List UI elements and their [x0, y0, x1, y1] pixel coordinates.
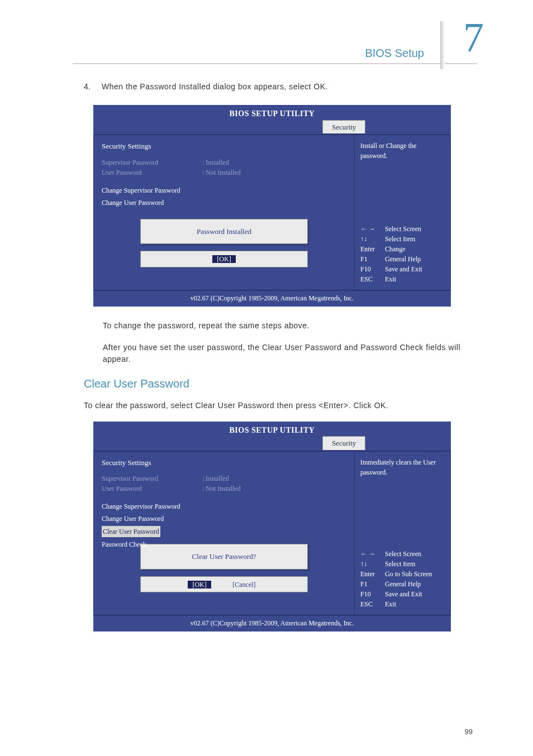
- step-number: 4.: [84, 81, 94, 93]
- paragraph: To clear the password, select Clear User…: [84, 400, 460, 412]
- key-desc: Exit: [385, 274, 396, 284]
- key: ↑↓: [360, 559, 385, 569]
- bios-title: BIOS SETUP UTILITY: [93, 422, 451, 439]
- password-installed-dialog: Password Installed: [140, 219, 308, 245]
- menu-change-supervisor-password[interactable]: Change Supervisor Password: [102, 185, 346, 195]
- paragraph: After you have set the user password, th…: [103, 342, 460, 365]
- dialog-message: Clear User Password?: [141, 544, 307, 569]
- key-row: EnterGo to Sub Screen: [360, 569, 445, 579]
- key-desc: Select Item: [385, 234, 415, 244]
- bios-window: BIOS SETUP UTILITY Security Security Set…: [93, 422, 451, 632]
- help-description: Install or Change the password.: [360, 141, 445, 161]
- key-row: F1General Help: [360, 579, 445, 589]
- supervisor-password-label: Supervisor Password: [102, 157, 202, 168]
- key: ← →: [360, 549, 385, 559]
- key-row: F1General Help: [360, 254, 445, 264]
- bios-title: BIOS SETUP UTILITY: [93, 105, 451, 122]
- menu-change-supervisor-password[interactable]: Change Supervisor Password: [102, 501, 346, 511]
- menu-change-user-password[interactable]: Change User Password: [102, 198, 346, 208]
- key: F1: [360, 254, 385, 264]
- chapter-bar: [440, 21, 445, 69]
- page-header: BIOS Setup 7: [73, 0, 477, 64]
- bios-help-panel: Install or Change the password. ← →Selec…: [354, 135, 450, 290]
- key-desc: Go to Sub Screen: [385, 569, 432, 579]
- cancel-button[interactable]: [Cancel]: [228, 581, 260, 588]
- paragraph: To change the password, repeat the same …: [103, 320, 460, 332]
- key-desc: Exit: [385, 599, 396, 609]
- bios-body: Security Settings Supervisor Password : …: [93, 451, 451, 616]
- bios-tabs: Security: [93, 122, 451, 135]
- page-content: 4. When the Password Installed dialog bo…: [0, 64, 533, 631]
- key-row: F10Save and Exit: [360, 264, 445, 274]
- clear-user-password-dialog: Clear User Password?: [140, 544, 308, 570]
- key-row: EnterChange: [360, 244, 445, 254]
- bios-main-panel: Security Settings Supervisor Password : …: [94, 452, 354, 615]
- user-password-label: User Password: [102, 484, 202, 494]
- key: ESC: [360, 274, 385, 284]
- user-password-label: User Password: [102, 168, 202, 178]
- page-number: 99: [465, 728, 473, 736]
- key-desc: General Help: [385, 579, 421, 589]
- step-text: When the Password Installed dialog box a…: [102, 81, 460, 93]
- bios-window: BIOS SETUP UTILITY Security Security Set…: [93, 105, 451, 307]
- supervisor-password-label: Supervisor Password: [102, 473, 202, 484]
- key-desc: Select Screen: [385, 224, 421, 234]
- key-desc: Save and Exit: [385, 264, 422, 274]
- help-description: Immediately clears the User password.: [360, 457, 445, 477]
- dialog-button-row: [OK]: [140, 251, 308, 267]
- bios-screenshot-2: BIOS SETUP UTILITY Security Security Set…: [84, 422, 460, 632]
- chapter-number: 7: [463, 17, 484, 58]
- key-desc: Change: [385, 244, 406, 254]
- ok-button[interactable]: [OK]: [212, 255, 235, 263]
- key: F10: [360, 264, 385, 274]
- user-password-row: User Password : Not Installed: [102, 168, 346, 178]
- key: ESC: [360, 599, 385, 609]
- supervisor-password-value: : Installed: [202, 157, 229, 168]
- key: Enter: [360, 244, 385, 254]
- supervisor-password-row: Supervisor Password : Installed: [102, 157, 346, 168]
- key: F10: [360, 589, 385, 599]
- menu-clear-user-password[interactable]: Clear User Password: [102, 526, 160, 537]
- key: F1: [360, 579, 385, 589]
- dialog-button-row: [OK] [Cancel]: [140, 576, 308, 593]
- key-row: ← →Select Screen: [360, 224, 445, 234]
- user-password-value: : Not Installed: [202, 168, 241, 178]
- bios-footer: v02.67 (C)Copyright 1985-2009, American …: [93, 290, 451, 307]
- key-desc: Select Item: [385, 559, 415, 569]
- header-title: BIOS Setup: [365, 47, 424, 60]
- key: ← →: [360, 224, 385, 234]
- ok-button[interactable]: [OK]: [188, 581, 211, 588]
- section-heading-clear-user-password: Clear User Password: [84, 375, 460, 392]
- key-desc: Save and Exit: [385, 589, 422, 599]
- security-settings-heading: Security Settings: [102, 457, 346, 468]
- chapter-badge: 7: [440, 21, 484, 69]
- help-keys: ← →Select Screen ↑↓Select Item EnterGo t…: [360, 549, 445, 609]
- help-keys: ← →Select Screen ↑↓Select Item EnterChan…: [360, 224, 445, 284]
- dialog-message: Password Installed: [141, 219, 307, 244]
- key-desc: Select Screen: [385, 549, 421, 559]
- security-settings-heading: Security Settings: [102, 141, 346, 152]
- key-row: ESCExit: [360, 274, 445, 284]
- user-password-value: : Not Installed: [202, 484, 241, 494]
- key-row: ↑↓Select Item: [360, 234, 445, 244]
- bios-tabs: Security: [93, 439, 451, 451]
- key-row: F10Save and Exit: [360, 589, 445, 599]
- key: Enter: [360, 569, 385, 579]
- bios-screenshot-1: BIOS SETUP UTILITY Security Security Set…: [84, 105, 460, 307]
- key-row: ESCExit: [360, 599, 445, 609]
- key-row: ↑↓Select Item: [360, 559, 445, 569]
- key: ↑↓: [360, 234, 385, 244]
- step-4: 4. When the Password Installed dialog bo…: [84, 81, 460, 93]
- menu-change-user-password[interactable]: Change User Password: [102, 514, 346, 524]
- bios-main-panel: Security Settings Supervisor Password : …: [94, 135, 354, 290]
- key-desc: General Help: [385, 254, 421, 264]
- tab-security[interactable]: Security: [322, 436, 365, 450]
- bios-body: Security Settings Supervisor Password : …: [93, 135, 451, 290]
- supervisor-password-row: Supervisor Password : Installed: [102, 473, 346, 484]
- user-password-row: User Password : Not Installed: [102, 484, 346, 494]
- tab-security[interactable]: Security: [322, 120, 365, 134]
- bios-footer: v02.67 (C)Copyright 1985-2009, American …: [93, 615, 451, 631]
- key-row: ← →Select Screen: [360, 549, 445, 559]
- bios-help-panel: Immediately clears the User password. ← …: [354, 452, 450, 615]
- supervisor-password-value: : Installed: [202, 473, 229, 484]
